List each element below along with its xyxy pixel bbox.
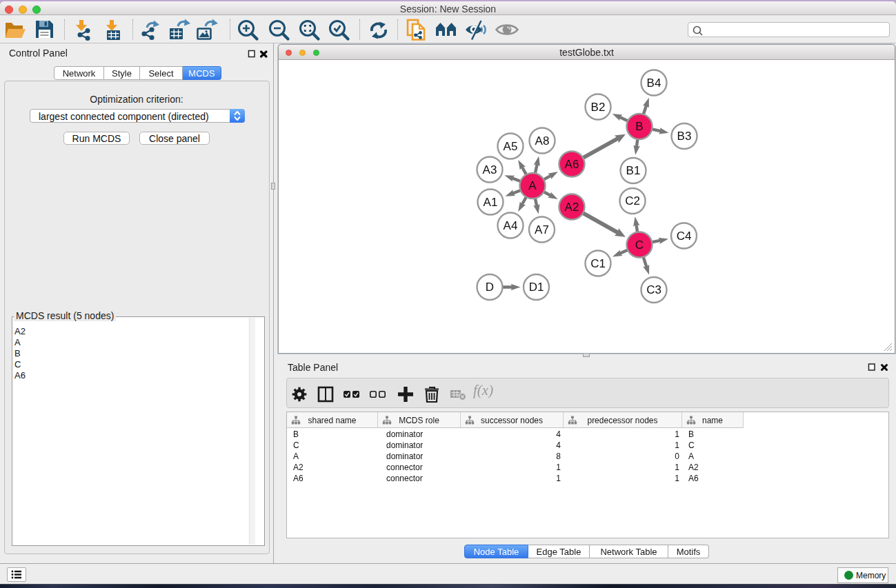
svg-text:C: C bbox=[635, 239, 644, 252]
svg-text:C3: C3 bbox=[646, 283, 661, 296]
svg-text:A5: A5 bbox=[504, 140, 518, 153]
svg-text:A8: A8 bbox=[535, 134, 550, 148]
svg-text:A7: A7 bbox=[535, 223, 549, 236]
svg-text:C2: C2 bbox=[625, 194, 640, 207]
svg-text:B3: B3 bbox=[677, 130, 692, 143]
svg-text:A2: A2 bbox=[565, 201, 579, 214]
svg-text:D1: D1 bbox=[529, 281, 544, 294]
svg-text:C1: C1 bbox=[590, 257, 606, 270]
svg-text:A1: A1 bbox=[484, 196, 498, 209]
svg-text:B1: B1 bbox=[626, 164, 641, 177]
svg-text:D: D bbox=[486, 281, 494, 294]
svg-text:B4: B4 bbox=[647, 77, 661, 90]
svg-text:C4: C4 bbox=[677, 230, 692, 243]
svg-text:A3: A3 bbox=[483, 163, 497, 176]
svg-text:A4: A4 bbox=[504, 219, 518, 232]
svg-text:B2: B2 bbox=[591, 101, 606, 114]
svg-text:B: B bbox=[635, 120, 643, 133]
svg-text:A: A bbox=[528, 179, 537, 192]
svg-text:A6: A6 bbox=[565, 158, 579, 171]
